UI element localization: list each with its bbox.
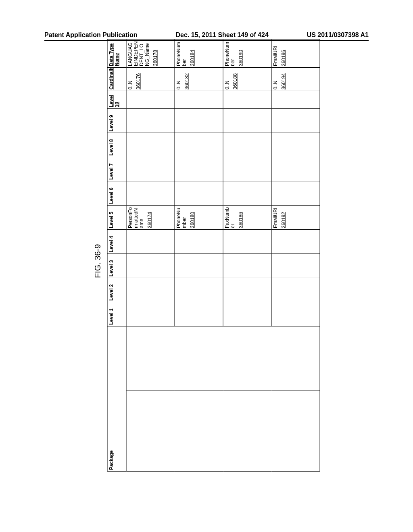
cell-data-type: LANGUAGEINDEPENDENT_LONG_Name 360178 [126,39,175,67]
cell-data-type: EmailURI 360196 [271,39,320,67]
cell-level1 [126,302,175,326]
cell-level8 [271,133,320,157]
cell-level2 [271,278,320,302]
cardinality-text: 0..N [273,81,278,89]
level5-id: 360192 [281,207,286,228]
cell-level4 [271,229,320,254]
col-package: Package [107,326,126,471]
level5-text: PhoneNumber [176,208,187,228]
cardinality-text: 0..N [224,81,230,89]
figure-area: FIG. 36-9 Package Level 1 Level 2 Level … [1,153,412,380]
figure-label: FIG. 36-9 [93,60,102,472]
data-type-text: EmailURI [273,46,278,66]
cell-package-b [126,419,320,435]
cell-level7 [271,157,320,181]
cell-level2 [175,278,223,302]
cell-level8 [223,133,271,157]
level5-text: FaxNumber [224,207,236,228]
cell-level6 [223,181,271,205]
cell-cardinality: 0..N 360194 [271,67,320,91]
cell-level7 [126,157,175,181]
cell-level5: PhoneNumber 360180 [175,205,223,229]
cell-level8 [126,133,175,157]
cell-level9 [126,108,175,133]
table-row: PersonFormattedName 360174 0..N [126,39,175,471]
cardinality-text: 0..N [176,81,181,89]
cell-level3 [126,254,175,278]
cell-level1 [175,302,223,326]
col-level6: Level 6 [107,181,126,205]
cell-data-type: PhoneNumber 360190 [223,39,271,67]
cell-level9 [175,108,223,133]
page: Patent Application Publication Dec. 15, … [0,0,413,532]
data-type-id: 360196 [281,41,286,66]
data-type-text: PhoneNumber [176,42,187,66]
data-type-id: 360190 [238,41,244,66]
table-header-row: Package Level 1 Level 2 Level 3 Level 4 … [107,39,126,471]
cell-level3 [223,254,271,278]
cell-level4 [126,229,175,254]
data-table: Package Level 1 Level 2 Level 3 Level 4 … [107,39,320,472]
cardinality-id: 360188 [232,69,238,89]
col-level3: Level 3 [107,254,126,278]
col-level5: Level 5 [107,205,126,229]
cell-level3 [271,254,320,278]
cardinality-text: 0..N [127,81,133,89]
cell-package-c [126,391,320,419]
data-type-text: PhoneNumber [224,42,236,66]
cell-level2 [126,278,175,302]
data-type-id: 360178 [152,41,158,66]
col-level9: Level 9 [107,108,126,133]
page-header: Patent Application Publication Dec. 15, … [44,31,369,39]
col-level2: Level 2 [107,278,126,302]
cell-level9 [271,108,320,133]
col-level8: Level 8 [107,133,126,157]
cell-level6 [175,181,223,205]
cell-level2 [223,278,271,302]
level5-id: 360174 [147,207,152,228]
cell-cardinality: 0..N 360182 [175,67,223,91]
header-right: US 2011/0307398 A1 [307,31,369,39]
col-level4: Level 4 [107,229,126,254]
col-data-type-name: Data Type Name [107,39,126,67]
cardinality-id: 360194 [281,69,286,89]
header-mid: Dec. 15, 2011 Sheet 149 of 424 [175,31,268,39]
cell-level5: FaxNumber 360186 [223,205,271,229]
cardinality-id: 360182 [184,69,190,89]
cell-level7 [223,157,271,181]
cell-level5: PersonFormattedName 360174 [126,205,175,229]
cell-level3 [175,254,223,278]
cell-level10 [126,91,175,108]
cell-level10 [223,91,271,108]
data-type-text: LANGUAGEINDEPENDENT_LONG_Name [127,42,150,66]
cell-level4 [223,229,271,254]
figure-rotated: FIG. 36-9 Package Level 1 Level 2 Level … [93,60,320,472]
cell-level5: EmailURI 360192 [271,205,320,229]
data-type-id: 360184 [190,41,195,66]
cell-package-a [126,435,320,472]
cell-level1 [223,302,271,326]
cell-level1 [271,302,320,326]
col-level1: Level 1 [107,302,126,326]
cell-level10 [271,91,320,108]
cell-cardinality: 0..N 360176 [126,67,175,91]
cell-data-type: PhoneNumber 360184 [175,39,223,67]
col-cardinality: Cardinality [107,67,126,91]
level5-id: 360186 [238,207,244,228]
cell-level9 [223,108,271,133]
cell-level7 [175,157,223,181]
col-level10: Level 10 [107,91,126,108]
cardinality-id: 360176 [136,69,141,89]
cell-level6 [126,181,175,205]
level5-text: PersonFormattedName [127,207,144,228]
col-level7: Level 7 [107,157,126,181]
cell-cardinality: 0..N 360188 [223,67,271,91]
cell-package-d [126,326,320,391]
cell-level10 [175,91,223,108]
level5-id: 360180 [190,207,195,228]
level5-text: EmailURI [273,208,278,228]
cell-level6 [271,181,320,205]
cell-level8 [175,133,223,157]
header-left: Patent Application Publication [44,31,138,39]
cell-level4 [175,229,223,254]
